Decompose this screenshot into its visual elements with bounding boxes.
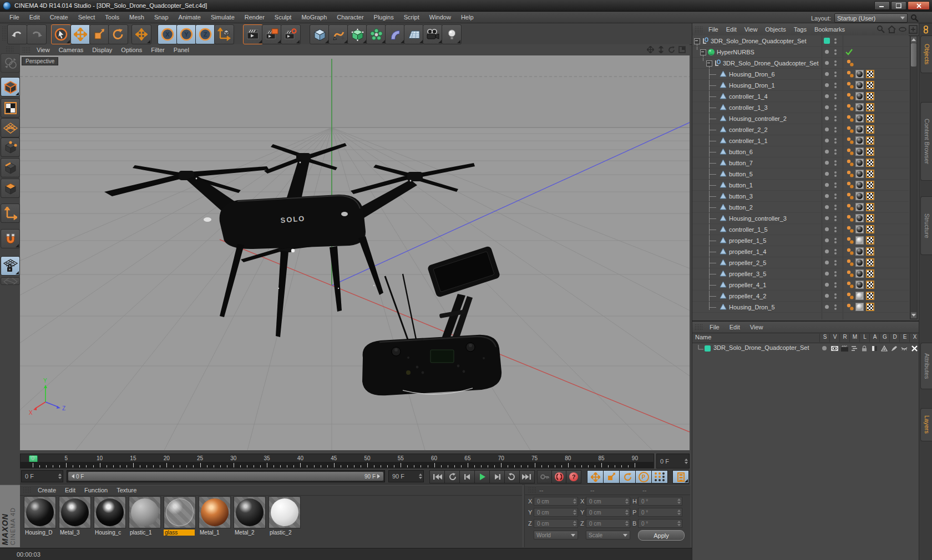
edges-mode-button[interactable] <box>1 158 20 177</box>
model-mode-button[interactable] <box>1 77 20 96</box>
visibility-toggles[interactable] <box>834 270 837 278</box>
poly-object-icon[interactable] <box>720 159 727 167</box>
texture-mode-button[interactable] <box>1 98 20 118</box>
tab-attributes[interactable]: Attributes <box>920 343 932 389</box>
visibility-dot[interactable] <box>825 150 829 154</box>
menu-item[interactable]: Mesh <box>124 12 149 22</box>
material-label[interactable]: Metal_1 <box>199 530 230 536</box>
status-grip[interactable] <box>3 551 11 558</box>
phong-tag-icon[interactable] <box>846 303 854 312</box>
search-icon[interactable] <box>910 14 919 22</box>
poly-object-icon[interactable] <box>720 82 727 89</box>
object-name[interactable]: Housing_controller_3 <box>729 215 787 222</box>
visibility-toggles[interactable] <box>834 226 837 233</box>
autokey-button[interactable] <box>551 470 567 483</box>
timeline-ruler[interactable]: 051015202530354045505560657075808590 <box>20 454 654 469</box>
viewport-menu-item[interactable]: Cameras <box>54 45 88 54</box>
coord-field[interactable]: 0 ° <box>638 508 682 517</box>
last-used-tool[interactable] <box>131 24 151 44</box>
object-name[interactable]: propeller_3_5 <box>729 271 766 277</box>
render-region-button[interactable] <box>262 24 282 44</box>
visibility-dot[interactable] <box>825 183 829 187</box>
tree-row[interactable]: propeller_1_4 <box>692 246 909 257</box>
poly-object-icon[interactable] <box>720 170 727 178</box>
add-camera-button[interactable] <box>423 24 443 44</box>
layer-manager-menu-item[interactable]: Edit <box>725 322 745 332</box>
keying-selection-button[interactable] <box>651 470 668 483</box>
layer-visible-icon[interactable] <box>829 344 839 353</box>
scale-tool[interactable] <box>89 24 109 44</box>
visibility-dot[interactable] <box>825 272 829 276</box>
range-right-arrow-icon[interactable] <box>377 474 380 478</box>
phong-tag-icon[interactable] <box>846 192 854 201</box>
maximize-button[interactable] <box>891 1 906 10</box>
uvw-tag-icon[interactable] <box>866 70 874 78</box>
phong-tag-icon[interactable] <box>846 214 854 223</box>
layer-manager-menu-item[interactable]: File <box>705 322 725 332</box>
material-tile[interactable]: glass <box>164 496 196 536</box>
material-tag-icon[interactable] <box>855 125 864 134</box>
tree-row[interactable]: controller_2_2 <box>692 124 909 135</box>
tab-layers[interactable]: Layers <box>920 408 932 441</box>
visibility-toggles[interactable] <box>834 70 837 78</box>
object-name[interactable]: HyperNURBS <box>717 49 754 55</box>
material-tag-icon[interactable] <box>855 247 864 256</box>
phong-tag-icon[interactable] <box>846 92 854 101</box>
scroll-thumb[interactable] <box>911 43 916 67</box>
perspective-viewport[interactable]: Perspective <box>20 55 690 450</box>
material-tag-icon[interactable] <box>855 147 864 156</box>
layer-xref-icon[interactable] <box>909 344 919 353</box>
menu-item[interactable]: Script <box>399 12 424 22</box>
visibility-dot[interactable] <box>825 128 829 131</box>
visibility-toggles[interactable] <box>834 248 837 256</box>
object-name[interactable]: Housing_Dron_1 <box>729 82 775 89</box>
loop-playback-button[interactable] <box>504 470 520 483</box>
object-name[interactable]: controller_1_4 <box>729 93 768 100</box>
palette-grip[interactable] <box>6 46 13 53</box>
object-name[interactable]: propeller_1_5 <box>729 237 766 244</box>
material-tag-icon[interactable] <box>855 303 864 311</box>
object-name[interactable]: propeller_1_4 <box>729 248 766 255</box>
workplane-lock-button[interactable] <box>1 256 20 276</box>
scroll-down-icon[interactable] <box>911 312 916 318</box>
visibility-dot[interactable] <box>825 227 829 231</box>
poly-object-icon[interactable] <box>720 270 727 278</box>
goto-start-button[interactable] <box>429 470 445 483</box>
object-manager-grip[interactable] <box>695 26 702 33</box>
material-label[interactable]: plastic_2 <box>269 530 300 536</box>
phong-tag-icon[interactable] <box>846 81 854 90</box>
phong-tag-icon[interactable] <box>846 258 854 268</box>
workplane-mode-button[interactable] <box>1 118 20 138</box>
tree-row[interactable]: Housing_controller_2 <box>692 113 909 124</box>
visibility-toggles[interactable] <box>834 215 837 222</box>
object-manager-menu-item[interactable]: Edit <box>722 25 741 34</box>
material-tag-icon[interactable] <box>855 192 864 200</box>
tree-row[interactable]: 3DR_Solo_Drone_Quadcopter_Set <box>692 35 909 47</box>
object-manager-menu-item[interactable]: View <box>741 25 762 34</box>
phong-tag-icon[interactable] <box>846 147 854 157</box>
poly-object-icon[interactable] <box>720 148 727 156</box>
visibility-dot[interactable] <box>825 305 829 309</box>
visibility-dot[interactable] <box>825 194 829 198</box>
enabled-check-icon[interactable] <box>845 49 853 57</box>
close-button[interactable] <box>908 1 930 10</box>
menu-item[interactable]: Window <box>424 12 456 22</box>
object-name[interactable]: 3DR_Solo_Drone_Quadcopter_Set <box>711 38 806 44</box>
tree-scrollbar[interactable] <box>910 35 918 319</box>
layer-badge[interactable] <box>824 38 830 44</box>
visibility-toggles[interactable] <box>834 148 837 156</box>
add-spline-button[interactable] <box>328 24 348 44</box>
material-tag-icon[interactable] <box>855 70 864 78</box>
visibility-dot[interactable] <box>825 238 829 242</box>
material-tag-icon[interactable] <box>855 203 864 211</box>
current-frame-field[interactable]: 0 F <box>656 454 690 469</box>
phong-tag-icon[interactable] <box>846 170 854 179</box>
phong-tag-icon[interactable] <box>846 181 854 190</box>
tree-row[interactable]: propeller_4_1 <box>692 279 909 291</box>
poly-object-icon[interactable] <box>720 126 727 134</box>
material-tag-icon[interactable] <box>855 170 864 178</box>
uvw-tag-icon[interactable] <box>866 303 874 311</box>
render-view-button[interactable] <box>243 24 263 44</box>
menu-item[interactable]: Tools <box>100 12 124 22</box>
expand-toggle[interactable] <box>694 38 700 44</box>
